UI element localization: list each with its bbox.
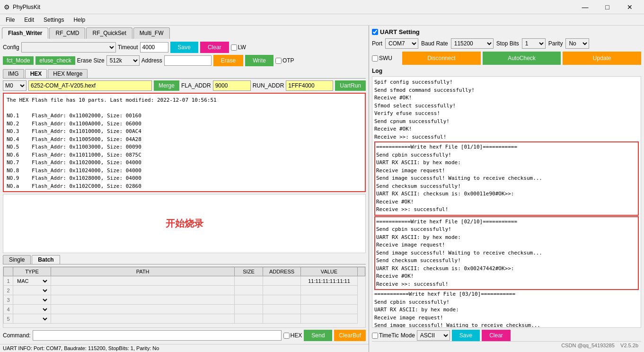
lw-checkbox[interactable]	[231, 44, 237, 51]
erase-size-select[interactable]: 512k	[106, 55, 140, 66]
sub-tab-hex[interactable]: HEX	[25, 69, 47, 78]
m0-select[interactable]: M0	[3, 80, 26, 91]
row-value-2	[301, 286, 358, 295]
swu-checkbox[interactable]	[372, 55, 378, 62]
row-num-1: 1	[4, 276, 13, 286]
hexfile-input[interactable]	[28, 80, 152, 91]
otp-checkbox-container: OTP	[275, 57, 294, 64]
menu-edit[interactable]: Edit	[20, 16, 38, 24]
save-log-button[interactable]: Save	[452, 330, 480, 341]
type-select-3[interactable]	[15, 297, 49, 303]
row-path-1	[51, 276, 235, 286]
efuse-button[interactable]: efuse_check	[35, 56, 75, 65]
command-input[interactable]	[33, 330, 282, 341]
row-size-4	[235, 305, 263, 314]
close-button[interactable]: ✕	[619, 2, 640, 12]
type-select-4[interactable]	[15, 306, 49, 313]
minimize-button[interactable]: —	[574, 2, 596, 12]
config-select[interactable]	[21, 42, 116, 53]
menu-file[interactable]: File	[2, 16, 18, 24]
merge-button[interactable]: Merge	[154, 80, 179, 91]
clear-log-button[interactable]: Clear	[482, 330, 511, 341]
fct-mode-button[interactable]: fct_Mode	[3, 56, 34, 65]
log-line-30: Send cpbin successfully!	[374, 299, 639, 307]
row-type-2[interactable]	[13, 286, 51, 295]
version-number: V2.5.2b	[620, 343, 638, 348]
uart-settings-row: Port COM7 Baud Rate 115200 Stop Bits 1 P…	[372, 38, 641, 49]
maximize-button[interactable]: □	[597, 2, 618, 12]
log-line-0: Spif config successfully!	[374, 79, 639, 87]
table-row: 3	[4, 295, 365, 305]
fla-addr-label: FLA_ADDR	[181, 82, 211, 89]
row-address-5	[263, 314, 301, 324]
row-type-5[interactable]	[13, 314, 51, 324]
send-button[interactable]: Send	[304, 330, 332, 341]
type-select-2[interactable]	[15, 287, 49, 294]
log-line-27: Receive >>: successful!	[376, 281, 637, 289]
row-size-1	[235, 276, 263, 286]
sub-tab-hex-merge[interactable]: HEX Merge	[48, 69, 88, 78]
log-area: Spif config successfully!Send sfmod comm…	[372, 76, 641, 328]
type-select-1[interactable]: MAC	[15, 278, 49, 284]
address-input[interactable]	[164, 55, 212, 66]
tab-flash-writer[interactable]: Flash_Writer	[2, 27, 48, 39]
tab-rf-cmd[interactable]: RF_CMD	[49, 27, 85, 39]
row-type-1[interactable]: MAC	[13, 276, 51, 286]
disconnect-button[interactable]: Disconnect	[402, 52, 481, 65]
fla-addr-input[interactable]	[213, 80, 251, 91]
title-bar-left: ⚙ PhyPlusKit	[4, 3, 40, 11]
row-address-1	[263, 276, 301, 286]
tab-multi-fw[interactable]: Multi_FW	[133, 27, 170, 39]
log-line-21: UART RX ASCII: by hex mode:	[376, 234, 637, 242]
write-button[interactable]: Write	[245, 55, 273, 66]
row-type-3[interactable]	[13, 295, 51, 305]
run-addr-input[interactable]	[286, 80, 333, 91]
log-line-31: UART RX ASCII: by hex mode:	[374, 306, 639, 314]
erase-button[interactable]: Erase	[213, 55, 243, 66]
update-button[interactable]: Update	[563, 52, 641, 65]
run-addr-label: RUN_ADDR	[253, 82, 284, 89]
menu-settings[interactable]: Settings	[40, 16, 68, 24]
col-address-header: ADDRESS	[263, 267, 301, 276]
baud-rate-select[interactable]: 115200	[451, 38, 494, 49]
uartrun-button[interactable]: UartRun	[335, 80, 366, 91]
clear-button[interactable]: Clear	[200, 42, 229, 53]
version-bar: CSDN @qq_54193285 V2.5.2b	[372, 341, 641, 349]
tab-rf-quickset[interactable]: RF_QuickSet	[86, 27, 132, 39]
autocheck-button[interactable]: AutoCheck	[483, 52, 561, 65]
log-line-22: Receive image request!	[376, 241, 637, 249]
col-num-header	[4, 267, 13, 276]
row-value-1: 11:11:11:11:11:11	[301, 276, 358, 286]
stopbits-label: Stop Bits	[496, 40, 519, 47]
sub-tab-img[interactable]: IMG	[3, 69, 24, 78]
uart-checkbox[interactable]	[372, 29, 378, 35]
left-panel: Flash_Writer RF_CMD RF_QuickSet Multi_FW…	[0, 26, 369, 352]
row-path-4	[51, 305, 235, 314]
log-line-23: Send image successful! Waiting to receiv…	[376, 249, 637, 257]
log-line-5: Send cpnum successfully!	[374, 118, 639, 126]
mode-select[interactable]: ASCII	[417, 330, 450, 341]
baud-label: Baud Rate	[421, 40, 448, 47]
timeout-input[interactable]	[140, 42, 168, 53]
save-button[interactable]: Save	[170, 42, 198, 53]
row-num-2: 2	[4, 286, 13, 295]
log-line-4: Verify efuse success!	[374, 110, 639, 118]
row-type-4[interactable]	[13, 305, 51, 314]
parity-select[interactable]: No	[565, 38, 589, 49]
clearbuf-button[interactable]: ClearBuf	[334, 330, 366, 341]
col-scroll-header	[358, 267, 365, 276]
tab-single[interactable]: Single	[3, 255, 31, 264]
stopbits-select[interactable]: 1	[522, 38, 546, 49]
batch-tab-bar: Single Batch	[3, 255, 366, 264]
hex-label: HEX	[291, 332, 302, 339]
tab-batch[interactable]: Batch	[32, 255, 60, 264]
row-size-2	[235, 286, 263, 295]
otp-checkbox[interactable]	[275, 58, 282, 64]
swu-checkbox-container: SWU	[372, 52, 400, 65]
port-select[interactable]: COM7	[385, 38, 418, 49]
row-value-3	[301, 295, 358, 305]
hex-checkbox[interactable]	[283, 333, 290, 339]
menu-help[interactable]: Help	[70, 16, 89, 24]
type-select-5[interactable]	[15, 316, 49, 322]
timeticcheck[interactable]	[372, 333, 378, 339]
